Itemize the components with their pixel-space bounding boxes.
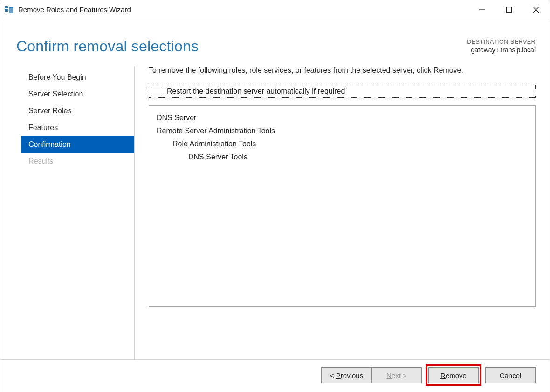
previous-button[interactable]: < Previous xyxy=(321,367,371,383)
body: Before You Begin Server Selection Server… xyxy=(0,60,550,359)
sidebar-item-label: Features xyxy=(28,124,58,132)
titlebar: Remove Roles and Features Wizard xyxy=(0,0,550,19)
maximize-button[interactable] xyxy=(495,0,522,19)
sidebar-item-label: Results xyxy=(28,157,53,165)
sidebar-item-label: Server Roles xyxy=(28,107,71,115)
server-manager-icon xyxy=(4,5,14,14)
svg-rect-1 xyxy=(5,9,8,12)
sidebar-item-results: Results xyxy=(21,153,134,170)
wizard-window: Remove Roles and Features Wizard Confirm… xyxy=(0,0,550,392)
window-title: Remove Roles and Features Wizard xyxy=(18,6,468,14)
svg-rect-5 xyxy=(507,7,512,12)
wizard-footer: < Previous Next > Remove Cancel xyxy=(0,359,550,392)
cancel-button[interactable]: Cancel xyxy=(485,367,536,383)
remove-button[interactable]: Remove xyxy=(428,367,479,383)
main-content: To remove the following roles, role serv… xyxy=(135,66,536,359)
sidebar-item-confirmation[interactable]: Confirmation xyxy=(21,136,134,153)
sidebar-item-server-roles[interactable]: Server Roles xyxy=(21,103,134,119)
next-button: Next > xyxy=(371,367,422,383)
destination-server-label: DESTINATION SERVER xyxy=(467,39,536,45)
previous-button-rest: revious xyxy=(341,371,363,379)
sidebar-item-server-selection[interactable]: Server Selection xyxy=(21,86,134,103)
restart-checkbox-label: Restart the destination server automatic… xyxy=(167,87,345,96)
next-button-underline: N xyxy=(386,371,392,379)
instruction-text: To remove the following roles, role serv… xyxy=(149,66,536,75)
svg-rect-0 xyxy=(5,6,8,8)
restart-checkbox-row[interactable]: Restart the destination server automatic… xyxy=(149,85,536,98)
list-item: Role Administration Tools xyxy=(157,138,528,151)
header-area: Confirm removal selections DESTINATION S… xyxy=(0,19,550,60)
remove-button-rest: emove xyxy=(446,371,467,379)
removal-list[interactable]: DNS Server Remote Server Administration … xyxy=(149,105,536,307)
next-button-rest: ext xyxy=(392,371,401,379)
sidebar-item-before-you-begin[interactable]: Before You Begin xyxy=(21,69,134,86)
window-controls xyxy=(468,0,550,19)
destination-server-block: DESTINATION SERVER gateway1.transip.loca… xyxy=(467,38,536,54)
sidebar-item-label: Before You Begin xyxy=(28,73,86,82)
restart-checkbox[interactable] xyxy=(152,87,161,96)
previous-button-underline: P xyxy=(336,371,341,379)
sidebar-item-label: Confirmation xyxy=(28,140,71,149)
wizard-steps-sidebar: Before You Begin Server Selection Server… xyxy=(21,66,135,359)
svg-rect-3 xyxy=(9,7,13,8)
minimize-button[interactable] xyxy=(468,0,495,19)
list-item: DNS Server xyxy=(157,111,528,124)
close-button[interactable] xyxy=(522,0,550,19)
sidebar-item-label: Server Selection xyxy=(28,90,83,98)
cancel-button-label: Cancel xyxy=(500,371,522,379)
list-item: DNS Server Tools xyxy=(157,151,528,164)
remove-button-underline: R xyxy=(440,371,446,379)
destination-server-name: gateway1.transip.local xyxy=(467,46,536,54)
list-item: Remote Server Administration Tools xyxy=(157,124,528,138)
sidebar-item-features[interactable]: Features xyxy=(21,119,134,136)
nav-button-pair: < Previous Next > xyxy=(321,367,422,383)
page-title: Confirm removal selections xyxy=(16,38,199,55)
